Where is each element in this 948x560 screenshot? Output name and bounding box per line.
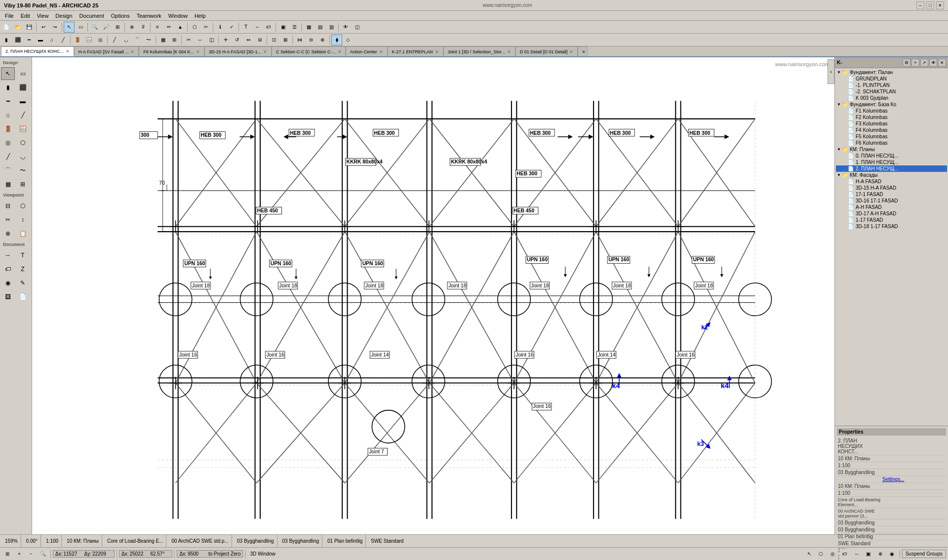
tree-item-f5[interactable]: 📄 F5 Kolumnbas	[836, 133, 947, 140]
tb2-wall[interactable]: ▮	[1, 35, 12, 45]
tree-item-plan-2[interactable]: 📄 2. ПЛАН НЕСУЩ...	[836, 165, 947, 172]
tree-item-ha-fasad[interactable]: 📄 H-A FASAD	[836, 178, 947, 185]
tb2-solid[interactable]: ⧫	[331, 35, 342, 45]
lt-zone-tool[interactable]: Z	[16, 263, 30, 276]
lt-dim-tool[interactable]: ↔	[1, 249, 15, 262]
tab-close-icon[interactable]: ✕	[66, 49, 70, 54]
tb2-window[interactable]: 🪟	[83, 35, 94, 45]
panel-settings-btn[interactable]: ⚙	[903, 59, 910, 67]
tab-close-icon[interactable]: ✕	[507, 49, 511, 54]
tb2-arc[interactable]: ◡	[120, 35, 131, 45]
tb-fill[interactable]: ▲	[175, 22, 186, 33]
panel-open-btn[interactable]: ↗	[920, 59, 928, 67]
tb-zoom-out[interactable]: 🔎	[101, 22, 112, 33]
tb-col3[interactable]: ▥	[326, 22, 337, 33]
lt-marker-tool[interactable]: ◉	[1, 277, 15, 289]
tb2-spline[interactable]: 〜	[143, 35, 154, 45]
tab-plan-2[interactable]: 2. ПЛАН НЕСУЩИХ КОНС... ✕	[1, 46, 74, 56]
tree-item-k003-gjutplan[interactable]: 📄 K 003 Gjutplan	[836, 95, 947, 101]
tb2-union[interactable]: ⊕	[317, 35, 328, 45]
tb-schedule[interactable]: ☰	[289, 22, 300, 33]
statusbar-cat2[interactable]: 03 Bygghandling	[279, 535, 323, 547]
lt-polyline-tool[interactable]: ⌒	[1, 164, 15, 177]
lt-slab-tool[interactable]: ▬	[16, 95, 30, 108]
statusbar-template[interactable]: 00 ArchiCAD SWE std.p...	[168, 535, 232, 547]
close-button[interactable]: ✕	[936, 1, 944, 9]
bt-mode2[interactable]: ⬡	[816, 549, 827, 560]
tb2-line[interactable]: ╱	[109, 35, 120, 45]
lt-label-tool[interactable]: 🏷	[1, 263, 15, 276]
bt-zoom-custom[interactable]: 🔍	[38, 549, 48, 560]
menu-window[interactable]: Window	[165, 12, 191, 20]
tab-close-icon[interactable]: ✕	[338, 49, 342, 54]
tree-item-km-fasady[interactable]: ▼ 📁 КМ: Фасады	[836, 172, 947, 178]
statusbar-cat1[interactable]: 03 Bygghandling	[234, 535, 277, 547]
lt-floor-view[interactable]: ⊟	[1, 200, 15, 212]
tb-text[interactable]: T	[240, 22, 251, 33]
bt-3d-window[interactable]: 3D Window	[247, 549, 277, 560]
bt-mode5[interactable]: ↔	[851, 549, 862, 560]
tb-label[interactable]: 🏷	[263, 22, 274, 33]
lt-draw-tool[interactable]: ✎	[16, 277, 30, 289]
tb2-surface[interactable]: ◇	[343, 35, 354, 45]
bt-mode7[interactable]: ⊕	[875, 549, 886, 560]
suspend-groups-button[interactable]: Suspend Groups	[902, 550, 946, 558]
menu-options[interactable]: Options	[108, 12, 133, 20]
prop-row-settings[interactable]: Settings...	[837, 476, 946, 483]
tab-entreplan[interactable]: K-27.1 ENTREPLAN ✕	[388, 46, 443, 56]
panel-eye-btn[interactable]: 👁	[929, 59, 937, 67]
tree-item-f6[interactable]: 📄 F6 Kolumnbas	[836, 140, 947, 146]
bt-mode3[interactable]: ◎	[828, 549, 838, 560]
tb2-mirror[interactable]: ⇔	[243, 35, 254, 45]
tb-new[interactable]: 📄	[1, 22, 12, 33]
lt-arc-tool[interactable]: ◡	[16, 150, 30, 163]
tb-view1[interactable]: 👁	[340, 22, 351, 33]
statusbar-scale[interactable]: 1:100	[43, 535, 62, 547]
tb-undo[interactable]: ↩	[38, 22, 49, 33]
lt-hatch-tool[interactable]: ▦	[1, 178, 15, 191]
lt-column-tool[interactable]: ⬛	[16, 81, 30, 94]
lt-window-tool[interactable]: 🪟	[16, 122, 30, 135]
panel-collapse-button[interactable]: ‹	[828, 59, 834, 84]
menu-help[interactable]: Help	[192, 12, 209, 20]
tb-info[interactable]: ℹ	[215, 22, 226, 33]
tree-item-plintplan[interactable]: 📄 -1. PLINTPLAN	[836, 82, 947, 88]
lt-3d-view[interactable]: ⬡	[16, 200, 30, 212]
tb2-extend[interactable]: ↔	[195, 35, 205, 45]
lt-worksheet-view[interactable]: 📋	[16, 227, 30, 240]
lt-section-view[interactable]: ✂	[1, 213, 15, 226]
tb-fit[interactable]: ⊞	[112, 22, 123, 33]
minimize-button[interactable]: ─	[916, 1, 924, 9]
tb-select[interactable]: ↖	[64, 22, 75, 33]
canvas-area[interactable]: 300 HEB 300 HEB 300 HEB 300 HEB 300 HEB …	[32, 57, 834, 534]
menu-view[interactable]: View	[34, 12, 52, 20]
tb2-door[interactable]: 🚪	[72, 35, 83, 45]
tree-item-f2[interactable]: 📄 F2 Kolumnbas	[836, 114, 947, 120]
tb2-slab[interactable]: ▬	[35, 35, 46, 45]
lt-object-tool[interactable]: ◎	[1, 136, 15, 149]
tb2-move[interactable]: ✛	[220, 35, 231, 45]
tb2-polyline[interactable]: ⌒	[132, 35, 143, 45]
statusbar-layer[interactable]: 10 КМ: Планы	[64, 535, 102, 547]
tb2-object[interactable]: ◎	[95, 35, 106, 45]
bt-zoom-in[interactable]: +	[14, 549, 25, 560]
tb-publish[interactable]: ▣	[277, 22, 288, 33]
lt-beam-tool[interactable]: ━	[1, 95, 15, 108]
statusbar-standard[interactable]: SWE Standard	[368, 535, 406, 547]
lt-morph-tool[interactable]: ⬡	[16, 136, 30, 149]
tb2-beam[interactable]: ━	[24, 35, 35, 45]
tb-section[interactable]: ✂	[200, 22, 211, 33]
lt-select-tool[interactable]: ↖	[1, 67, 15, 80]
tree-item-plan-0[interactable]: 📄 0. ПЛАН НЕСУЩ...	[836, 153, 947, 159]
tb2-group[interactable]: ⊡	[269, 35, 279, 45]
tab-close-icon[interactable]: ✕	[263, 49, 267, 54]
tab-action-center[interactable]: Action Center ✕	[346, 46, 388, 56]
tree-item-3d17[interactable]: 📄 3D-17 A-H FASAD	[836, 210, 947, 217]
lt-mesh-tool[interactable]: ⊞	[16, 178, 30, 191]
tree-item-fundament-palan[interactable]: ▼ 📁 Фундамент: Палан	[836, 69, 947, 76]
tree-item-f3[interactable]: 📄 F3 Kolumnbas	[836, 120, 947, 127]
tab-close-icon[interactable]: ✕	[130, 49, 134, 54]
menu-design[interactable]: Design	[52, 12, 75, 20]
menu-edit[interactable]: Edit	[18, 12, 33, 20]
tree-item-17-1-fasad[interactable]: 📄 17-1 FASAD	[836, 191, 947, 198]
